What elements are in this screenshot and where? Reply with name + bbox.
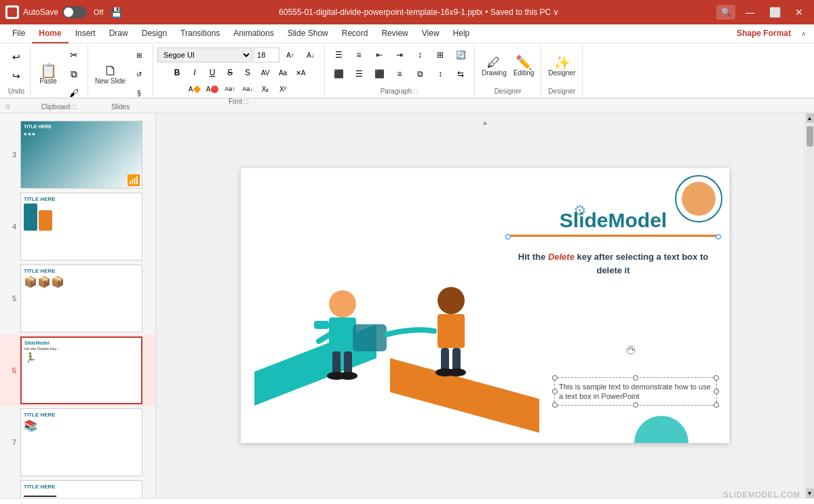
tab-design[interactable]: Design [135,24,174,43]
close-button[interactable]: ✕ [790,3,809,22]
drawing-button[interactable]: 🖊 Drawing [479,47,509,85]
designer-button[interactable]: ✨ Designer [545,47,578,85]
textbox-handle-tl[interactable] [552,375,558,381]
copy-button[interactable]: ⧉ [64,65,83,83]
textbox-handle-br[interactable] [714,402,719,408]
slide-thumb-7[interactable]: TITLE HERE 📚 [20,408,142,476]
font-size-up-button[interactable]: Aa↑ [222,81,238,96]
numbering-button[interactable]: ≡ [349,46,368,64]
layout-button[interactable]: ⊞ [130,46,149,64]
underline-button[interactable]: U [204,65,220,80]
paste-button[interactable]: 📋 Paste [35,55,62,93]
align-left-button[interactable]: ⬛ [329,65,348,83]
subscript-button[interactable]: X₂ [257,81,273,96]
autosave-toggle[interactable] [62,6,87,18]
scroll-thumb[interactable] [807,126,813,147]
font-name-select[interactable]: Segoe UI [157,47,252,62]
font-expand-icon[interactable]: ⬚ [244,98,249,104]
char-spacing-button[interactable]: AV [257,65,273,80]
tab-file[interactable]: File [5,24,32,43]
scroll-up-button[interactable]: ▲ [806,113,814,123]
clipboard-expand-icon[interactable]: ⬚ [71,104,77,110]
sample-textbox[interactable]: This is sample text to demonstrate how t… [554,377,717,406]
italic-button[interactable]: I [187,65,203,80]
new-slide-button[interactable]: 🗋 New Slide [92,55,128,93]
handle-tr[interactable] [716,234,721,239]
textbox-handle-bl[interactable] [552,402,558,408]
justify-button[interactable]: ≡ [390,65,409,83]
slide-thumb-8[interactable]: TITLE HERE ━━━━━━━━ [20,480,142,498]
slide-thumb-6[interactable]: SlideModel Hit the Delete key... 🏃‍♂️ [20,336,142,404]
tab-review[interactable]: Review [374,24,414,43]
thumbnail-slide-3[interactable]: 3 TITLE HERE ■ ■ ■ 📶 [0,119,155,191]
tab-view[interactable]: View [415,24,446,43]
title-bar-right: 🔍 — ⬜ ✕ [716,3,809,22]
strikethrough-button[interactable]: S [222,65,238,80]
section-button[interactable]: § [130,84,149,102]
font-size-input[interactable] [254,47,279,62]
slide-thumb-3[interactable]: TITLE HERE ■ ■ ■ 📶 [20,121,142,189]
font-size-down-button[interactable]: Aa↓ [239,81,256,96]
clear-format-button[interactable]: ✕A [292,65,309,80]
align-text-button[interactable]: ⊞ [431,46,450,64]
undo-button[interactable]: ↩ [7,48,26,66]
textbox-handle-ml[interactable] [552,389,558,394]
tab-draw[interactable]: Draw [102,24,135,43]
ribbon-collapse-button[interactable]: ∧ [798,28,809,39]
font-decrease-button[interactable]: A↓ [301,46,320,64]
format-painter-button[interactable]: 🖌 [64,84,83,102]
thumbnail-slide-7[interactable]: 7 TITLE HERE 📚 [0,406,155,478]
line-spacing-button[interactable]: ↕ [431,65,450,83]
thumbnail-slide-6[interactable]: 6 SlideModel Hit the Delete key... 🏃‍♂️ [0,334,155,406]
editing-button[interactable]: ✏️ Editing [511,47,537,85]
highlight-color-button[interactable]: A🔶 [187,81,203,96]
rtl-button[interactable]: ⇆ [451,65,470,83]
change-case-button[interactable]: Aa [275,65,291,80]
superscript-button[interactable]: X² [275,81,291,96]
increase-indent-button[interactable]: ⇥ [390,46,409,64]
thumbnail-slide-4[interactable]: 4 TITLE HERE [0,191,155,263]
redo-button[interactable]: ↪ [7,67,26,85]
handle-tl[interactable] [505,234,511,239]
decrease-indent-button[interactable]: ⇤ [370,46,389,64]
paragraph-expand-icon[interactable]: ⬚ [413,88,419,94]
bullets-button[interactable]: ☰ [329,46,348,64]
textbox-handle-tr[interactable] [714,375,719,381]
slide-thumb-4[interactable]: TITLE HERE [20,193,142,260]
textbox-handle-bm[interactable] [633,402,638,408]
tab-help[interactable]: Help [446,24,477,43]
tab-insert[interactable]: Insert [69,24,102,43]
scroll-down-button[interactable]: ▼ [806,488,814,498]
textbox-handle-tm[interactable] [633,375,638,381]
convert-smartart-button[interactable]: 🔄 [451,46,470,64]
minimize-button[interactable]: — [741,3,760,22]
slide-canvas[interactable]: ⚙ [241,168,729,443]
align-center-button[interactable]: ☰ [349,65,368,83]
search-box[interactable]: 🔍 [716,5,735,20]
font-increase-button[interactable]: A↑ [281,46,300,64]
thumbnail-slide-8[interactable]: 8 TITLE HERE ━━━━━━━━ [0,478,155,498]
tab-home[interactable]: Home [32,24,68,43]
save-icon[interactable]: 💾 [111,7,122,18]
vertical-scrollbar[interactable]: ▲ ▼ [805,113,814,498]
font-color-button[interactable]: A🔴 [204,81,220,96]
columns-button[interactable]: ⧉ [410,65,429,83]
text-direction-button[interactable]: ↕ [410,46,429,64]
scroll-track[interactable] [806,123,814,488]
cut-button[interactable]: ✂ [64,46,83,64]
shadow-button[interactable]: S [239,65,256,80]
align-right-button[interactable]: ⬛ [370,65,389,83]
slide-num-3: 3 [5,151,16,159]
textbox-handle-mr[interactable] [714,389,719,394]
rotate-handle[interactable] [626,345,636,355]
tab-transitions[interactable]: Transitions [174,24,227,43]
slide-thumb-5[interactable]: TITLE HERE 📦📦📦 [20,265,142,332]
tab-shape-format[interactable]: Shape Format [730,24,798,43]
thumbnail-slide-5[interactable]: 5 TITLE HERE 📦📦📦 [0,263,155,334]
bold-button[interactable]: B [169,65,185,80]
reset-button[interactable]: ↺ [130,65,149,83]
tab-record[interactable]: Record [335,24,375,43]
restore-button[interactable]: ⬜ [765,3,784,22]
tab-slideshow[interactable]: Slide Show [281,24,335,43]
tab-animations[interactable]: Animations [227,24,280,43]
